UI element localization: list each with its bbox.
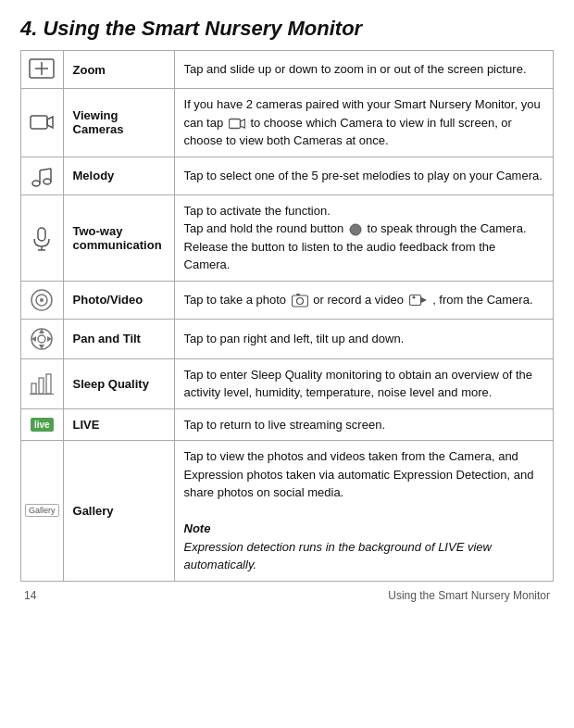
photo-video-text3: , from the Camera. — [432, 293, 532, 307]
sleep-icon — [25, 370, 59, 396]
footer: 14 Using the Smart Nursery Monitor — [20, 589, 554, 602]
svg-rect-33 — [46, 374, 51, 394]
photo-video-desc: Tap to take a photo or record a video — [174, 281, 553, 319]
pan-tilt-icon-cell — [21, 319, 64, 358]
sleep-icon-cell — [21, 358, 64, 408]
page-title: 4. Using the Smart Nursery Monitor — [20, 17, 554, 41]
photo-video-icon-cell — [21, 281, 64, 319]
microphone-icon — [25, 225, 59, 251]
live-icon-cell: live — [21, 408, 64, 441]
table-row: Two-way communication Tap to activate th… — [21, 195, 554, 281]
photo-icon-inline — [290, 293, 314, 307]
table-row: Melody Tap to select one of the 5 pre-se… — [21, 157, 554, 195]
viewing-cameras-cam-icon — [227, 116, 251, 130]
photo-video-text2: or record a video — [313, 293, 406, 307]
zoom-desc: Tap and slide up or down to zoom in or o… — [174, 51, 553, 89]
svg-line-11 — [40, 169, 51, 170]
zoom-icon-cell — [21, 51, 64, 89]
pan-tilt-desc: Tap to pan right and left, tilt up and d… — [174, 319, 553, 358]
footer-chapter-title: Using the Smart Nursery Monitor — [388, 589, 550, 602]
svg-rect-5 — [229, 119, 240, 128]
gallery-desc: Tap to view the photos and videos taken … — [174, 441, 553, 582]
two-way-label: Two-way communication — [63, 195, 174, 281]
page-wrapper: 4. Using the Smart Nursery Monitor Zoom … — [0, 0, 574, 630]
gallery-icon: Gallery — [25, 504, 59, 517]
svg-point-26 — [38, 335, 45, 343]
video-icon-inline — [407, 293, 433, 307]
gallery-note-label: Note — [184, 521, 211, 535]
live-label: LIVE — [63, 408, 174, 441]
melody-icon — [25, 163, 59, 189]
table-row: Viewing Cameras If you have 2 cameras pa… — [21, 89, 554, 157]
svg-rect-22 — [409, 295, 420, 306]
melody-desc: Tap to select one of the 5 pre-set melod… — [174, 157, 553, 195]
camera-icon — [25, 109, 59, 135]
zoom-label: Zoom — [63, 51, 174, 89]
live-desc: Tap to return to live streaming screen. — [174, 408, 553, 441]
table-row: live LIVE Tap to return to live streamin… — [21, 408, 554, 441]
footer-page-number: 14 — [24, 589, 36, 602]
two-way-btn-icon — [347, 221, 368, 235]
svg-rect-32 — [39, 378, 44, 394]
live-icon: live — [25, 418, 59, 432]
svg-rect-12 — [38, 228, 45, 241]
svg-marker-4 — [47, 117, 53, 128]
two-way-desc: Tap to activate the function.Tap and hol… — [174, 195, 553, 281]
two-way-text1: Tap to activate the function.Tap and hol… — [184, 204, 347, 236]
pan-tilt-icon — [25, 325, 59, 353]
pan-tilt-label: Pan and Tilt — [63, 319, 174, 358]
svg-marker-23 — [421, 297, 427, 303]
svg-point-15 — [350, 224, 361, 235]
svg-point-18 — [40, 298, 44, 302]
svg-rect-19 — [292, 295, 307, 307]
camera-icon-cell — [21, 89, 64, 157]
svg-point-7 — [32, 181, 40, 186]
melody-icon-cell — [21, 157, 64, 195]
photo-video-label: Photo/Video — [63, 281, 174, 319]
gallery-badge: Gallery — [25, 504, 59, 517]
viewing-cameras-desc: If you have 2 cameras paired with your S… — [174, 89, 553, 157]
zoom-icon — [25, 56, 59, 82]
gallery-note-text: Expression detection runs in the backgro… — [184, 540, 492, 572]
gallery-desc-text: Tap to view the photos and videos taken … — [184, 449, 534, 499]
table-row: Zoom Tap and slide up or down to zoom in… — [21, 51, 554, 89]
table-row: Photo/Video Tap to take a photo or recor… — [21, 281, 554, 319]
svg-rect-21 — [296, 294, 300, 295]
gallery-label: Gallery — [63, 441, 174, 582]
table-row: Sleep Quality Tap to enter Sleep Quality… — [21, 358, 554, 408]
sleep-desc: Tap to enter Sleep Quality monitoring to… — [174, 358, 553, 408]
live-badge: live — [31, 418, 54, 432]
table-row: Gallery Gallery Tap to view the photos a… — [21, 441, 554, 582]
svg-point-24 — [412, 296, 415, 299]
gallery-icon-cell: Gallery — [21, 441, 64, 582]
svg-rect-31 — [31, 383, 36, 394]
sleep-label: Sleep Quality — [63, 358, 174, 408]
table-row: Pan and Tilt Tap to pan right and left, … — [21, 319, 554, 358]
melody-label: Melody — [63, 157, 174, 195]
photo-video-icon — [25, 287, 59, 313]
svg-marker-6 — [240, 119, 244, 128]
photo-video-text1: Tap to take a photo — [184, 293, 290, 307]
svg-point-8 — [44, 179, 51, 184]
svg-point-20 — [296, 298, 303, 305]
svg-rect-3 — [31, 116, 47, 129]
viewing-cameras-label: Viewing Cameras — [63, 89, 174, 157]
feature-table: Zoom Tap and slide up or down to zoom in… — [20, 50, 554, 582]
microphone-icon-cell — [21, 195, 64, 281]
